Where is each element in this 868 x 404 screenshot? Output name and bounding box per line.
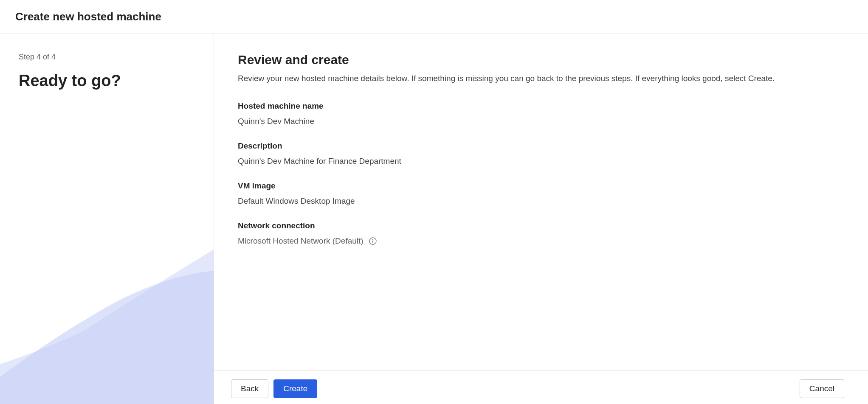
info-icon[interactable] <box>369 237 377 245</box>
label-hosted-machine-name: Hosted machine name <box>238 101 844 111</box>
field-network-connection: Network connection Microsoft Hosted Netw… <box>238 221 844 246</box>
page-title: Create new hosted machine <box>15 10 853 23</box>
field-description: Description Quinn's Dev Machine for Fina… <box>238 141 844 166</box>
create-button[interactable]: Create <box>273 379 317 398</box>
svg-point-1 <box>372 239 373 240</box>
page-header: Create new hosted machine <box>0 0 868 34</box>
review-title: Review and create <box>238 53 844 67</box>
wizard-footer: Back Create Cancel <box>214 370 868 404</box>
value-description: Quinn's Dev Machine for Finance Departme… <box>238 157 844 166</box>
label-vm-image: VM image <box>238 181 844 191</box>
review-content: Review and create Review your new hosted… <box>214 34 868 370</box>
decorative-wave <box>0 245 214 404</box>
main-panel: Review and create Review your new hosted… <box>214 34 868 404</box>
label-description: Description <box>238 141 844 151</box>
value-network-text: Microsoft Hosted Network (Default) <box>238 236 364 246</box>
review-subtitle: Review your new hosted machine details b… <box>238 73 844 84</box>
value-hosted-machine-name: Quinn's Dev Machine <box>238 117 844 126</box>
cancel-button[interactable]: Cancel <box>800 379 844 398</box>
step-indicator: Step 4 of 4 <box>19 53 195 62</box>
back-button[interactable]: Back <box>231 379 268 398</box>
field-hosted-machine-name: Hosted machine name Quinn's Dev Machine <box>238 101 844 126</box>
sidebar-title: Ready to go? <box>19 72 195 90</box>
svg-rect-2 <box>372 240 373 243</box>
wizard-sidebar: Step 4 of 4 Ready to go? <box>0 34 214 404</box>
label-network-connection: Network connection <box>238 221 844 230</box>
field-vm-image: VM image Default Windows Desktop Image <box>238 181 844 206</box>
value-vm-image: Default Windows Desktop Image <box>238 196 844 206</box>
value-network-connection: Microsoft Hosted Network (Default) <box>238 236 844 246</box>
content-area: Step 4 of 4 Ready to go? Review and crea… <box>0 34 868 404</box>
